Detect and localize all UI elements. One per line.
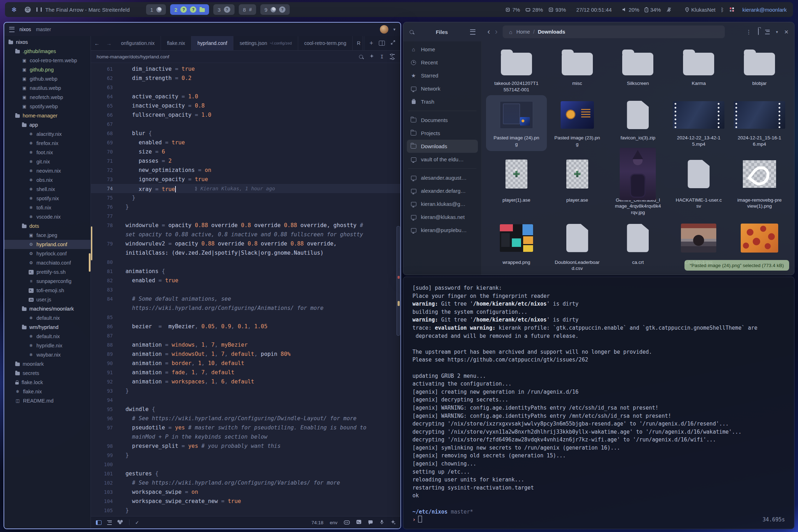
file-item-misc[interactable]: misc bbox=[547, 44, 608, 95]
sidebar-item-kieran@klukas.net[interactable]: kieran@klukas.net bbox=[407, 210, 478, 224]
tree-item-github.png[interactable]: ▣github.png bbox=[4, 65, 91, 74]
code-line-65[interactable]: 65 inactive_opacity = 0.8 bbox=[91, 101, 400, 110]
cursor-position[interactable]: 74:18 bbox=[311, 520, 323, 525]
sidebar-item-vault of the eldu…[interactable]: vault of the eldu… bbox=[407, 153, 478, 166]
file-item-HACKATIME-1-user.csv[interactable]: HACKATIME-1-user.csv bbox=[668, 151, 729, 217]
code-line-86[interactable]: 86 bezier = myBezier, 0.05, 0.9, 0.1, 1.… bbox=[91, 322, 400, 331]
tree-item-shell.nix[interactable]: ❄shell.nix bbox=[4, 185, 91, 194]
code-line-88[interactable]: 88 animation = windows, 1, 7, myBezier bbox=[91, 340, 400, 349]
file-item-image-removebg-preview(1).png[interactable]: image-removebg-preview(1).png bbox=[729, 151, 790, 217]
assistant-sparkle-icon[interactable] bbox=[369, 54, 374, 60]
code-line-63[interactable]: 63 bbox=[91, 83, 400, 92]
code-line-71[interactable]: 71 passes = 2 bbox=[91, 156, 400, 166]
zoom-pane-icon[interactable] bbox=[391, 40, 395, 46]
diagnostics-check-icon[interactable]: ✓ bbox=[135, 520, 139, 525]
sidebar-item-Starred[interactable]: ★Starred bbox=[407, 69, 478, 82]
code-line-wrap[interactable]: initialClass: (dev.zed.Zed|spotify|Slack… bbox=[91, 248, 400, 258]
code-line-89[interactable]: 89 animation = windowsOut, 1, 7, default… bbox=[91, 349, 400, 359]
code-line-76[interactable]: 76 } bbox=[91, 202, 400, 212]
terminal-panel-icon[interactable] bbox=[356, 520, 362, 525]
network-stat[interactable]: KlukasNet bbox=[685, 7, 715, 13]
breadcrumb[interactable]: home-manager/dots/hyprland.conf bbox=[97, 54, 169, 59]
tree-item-hyprland.conf[interactable]: ⚙hyprland.conf bbox=[4, 240, 91, 249]
code-line-75[interactable]: 75 } bbox=[91, 193, 400, 202]
tree-item-git.nix[interactable]: ❄git.nix bbox=[4, 157, 91, 166]
workspace-9[interactable]: 9? bbox=[260, 4, 290, 15]
copilot-icon[interactable] bbox=[344, 520, 350, 526]
tree-item-dots[interactable]: dots bbox=[4, 221, 91, 231]
tree-item-wm/hyprland[interactable]: wm/hyprland bbox=[4, 323, 91, 332]
kebab-menu-icon[interactable]: ⋮ bbox=[746, 29, 752, 35]
tree-item-github.webp[interactable]: ▣github.webp bbox=[4, 74, 91, 83]
code-line-82[interactable]: 82 enabled = true bbox=[91, 276, 400, 285]
code-line-80[interactable]: 80 bbox=[91, 258, 400, 267]
tab-settings.json[interactable]: settings.json ~/.config/zed bbox=[233, 36, 298, 50]
code-line-83[interactable]: 83 bbox=[91, 285, 400, 294]
tree-item-flake.nix[interactable]: ❄flake.nix bbox=[4, 387, 91, 396]
sidebar-item-alexander.defarg…[interactable]: alexander.defarg… bbox=[407, 184, 478, 197]
breadcrumb[interactable]: ⌂Home / Downloads bbox=[503, 25, 725, 38]
bluetooth-icon[interactable]: ᛒ bbox=[721, 7, 724, 13]
mic-muted-icon[interactable] bbox=[666, 7, 672, 12]
code-line-84[interactable]: 84 # Some default animations, see bbox=[91, 294, 400, 303]
tree-item-home-manager[interactable]: home-manager bbox=[4, 111, 91, 120]
tree-item-cool-retro-term.webp[interactable]: ▣cool-retro-term.webp bbox=[4, 56, 91, 65]
tree-item-alacritty.nix[interactable]: ❄alacritty.nix bbox=[4, 129, 91, 139]
terminal-window[interactable]: [sudo] password for kierank:Place your f… bbox=[403, 277, 794, 529]
code-line-68[interactable]: 68 blur { bbox=[91, 129, 400, 138]
code-line-73[interactable]: 73 ignore_opacity = true bbox=[91, 175, 400, 184]
tree-item-user.js[interactable]: JSuser.js bbox=[4, 295, 91, 304]
tree-item-.github/images[interactable]: .github/images bbox=[4, 47, 91, 56]
tree-item-obs.nix[interactable]: ❄obs.nix bbox=[4, 175, 91, 185]
tree-item-macchiato.conf[interactable]: ⚙macchiato.conf bbox=[4, 258, 91, 267]
tree-item-hyprlock.conf[interactable]: ⚙hyprlock.conf bbox=[4, 249, 91, 258]
collab-panel-toggle[interactable] bbox=[117, 520, 120, 522]
code-line-81[interactable]: 81 animations { bbox=[91, 267, 400, 276]
tab-flake.nix[interactable]: flake.nix bbox=[161, 36, 191, 50]
file-item-Silkscreen[interactable]: Silkscreen bbox=[608, 44, 669, 95]
tree-item-spotify.nix[interactable]: ❄spotify.nix bbox=[4, 194, 91, 203]
mic-icon[interactable] bbox=[380, 520, 384, 526]
file-item-2024-12-22_13-42-15.mp4[interactable]: 2024-12-22_13-42-15.mp4 bbox=[668, 95, 729, 151]
file-item-Pasted image (23).png[interactable]: Pasted image (23).png bbox=[547, 95, 608, 151]
code-line-62[interactable]: 62 dim_strength = 0.2 bbox=[91, 74, 400, 83]
view-options-caret[interactable]: ▾ bbox=[776, 30, 778, 34]
breadcrumb-current[interactable]: Downloads bbox=[538, 29, 565, 35]
media-title[interactable]: The Final Arrow - Marc Streitenfeld bbox=[45, 7, 130, 13]
file-item-Gemini_Generated_Image_4rqv8k4rqv8k4rqv.jpg[interactable]: Gemini_Generated_Image_4rqv8k4rqv8k4rqv.… bbox=[608, 151, 669, 217]
tree-item-nautilus.webp[interactable]: ▣nautilus.webp bbox=[4, 83, 91, 93]
tree-item-waybar.nix[interactable]: ❄waybar.nix bbox=[4, 350, 91, 359]
code-line-wrap[interactable]: mainMod + P in the keybinds section belo… bbox=[91, 432, 400, 441]
sidebar-item-alesander.august…[interactable]: alesander.august… bbox=[407, 171, 478, 184]
tree-item-secrets[interactable]: secrets bbox=[4, 369, 91, 378]
code-line-102[interactable]: 102 # See https://wiki.hyprland.org/Conf… bbox=[91, 478, 400, 487]
code-line-97[interactable]: 97 pseudotile = yes # master switch for … bbox=[91, 423, 400, 432]
code-line-99[interactable]: 99 } bbox=[91, 451, 400, 460]
tree-item-neofetch.webp[interactable]: ▣neofetch.webp bbox=[4, 93, 91, 102]
list-view-icon[interactable] bbox=[765, 30, 770, 34]
code-line-67[interactable]: 67 bbox=[91, 120, 400, 129]
code-line-91[interactable]: 91 animation = fade, 1, 7, default bbox=[91, 368, 400, 377]
sidebar-item-Network[interactable]: Network bbox=[407, 82, 478, 95]
file-item-player.ase[interactable]: player.ase bbox=[547, 151, 608, 217]
tree-item-hypridle.nix[interactable]: ❄hypridle.nix bbox=[4, 341, 91, 350]
code-line-105[interactable]: 105 } bbox=[91, 506, 400, 515]
code-line-85[interactable]: 85 bbox=[91, 313, 400, 322]
code-line-wrap[interactable]: https://wiki.hyprland.org/Configuring/An… bbox=[91, 303, 400, 313]
code-line-90[interactable]: 90 animation = border, 1, 10, default bbox=[91, 359, 400, 368]
zed-editor-window[interactable]: nixos master ▾ nixos.github/images▣cool-… bbox=[4, 22, 401, 529]
file-item-wrapped.png[interactable]: wrapped.png bbox=[486, 217, 547, 275]
forward-button[interactable]: → bbox=[103, 36, 115, 50]
inline-assist-icon[interactable]: I bbox=[381, 54, 383, 59]
sidebar-item-Projects[interactable]: Projects bbox=[407, 127, 478, 140]
tab-onfiguration.nix[interactable]: onfiguration.nix bbox=[115, 36, 161, 50]
scrollbar-thumb[interactable] bbox=[397, 226, 400, 335]
tree-item-foot.nix[interactable]: ❄foot.nix bbox=[4, 148, 91, 157]
editor-scrollbar[interactable] bbox=[397, 63, 400, 516]
panel-scrollbar-thumb[interactable] bbox=[89, 253, 91, 272]
workspace-3[interactable]: 3? bbox=[213, 4, 234, 15]
code-line-64[interactable]: 64 active_opacity = 1.0 bbox=[91, 92, 400, 101]
tree-item-tofi-emoji.sh[interactable]: >_tofi-emoji.sh bbox=[4, 286, 91, 295]
spotify-icon[interactable] bbox=[25, 7, 31, 13]
code-line-70[interactable]: 70 size = 6 bbox=[91, 147, 400, 156]
